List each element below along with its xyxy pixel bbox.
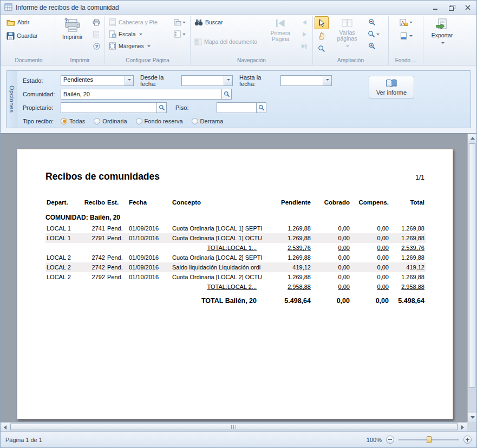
exportar-button[interactable]: Exportar bbox=[427, 16, 458, 53]
col-fecha: Fecha bbox=[128, 197, 171, 211]
watermark-button[interactable] bbox=[395, 16, 417, 28]
cell-compens: 0,00 bbox=[351, 233, 390, 243]
guardar-label: Guardar bbox=[17, 33, 38, 39]
cell-concepto: Cuota Ordinaria [LOCAL 1] OCTU bbox=[171, 233, 262, 243]
tipo-recibo-label: Tipo recibo: bbox=[23, 118, 61, 124]
report-table-body: LOCAL 12741Pend.01/09/2016Cuota Ordinari… bbox=[45, 223, 426, 306]
last-page-button[interactable] bbox=[298, 40, 311, 52]
piso-input[interactable] bbox=[217, 102, 257, 113]
radio-fondo-reserva[interactable]: Fondo reserva bbox=[136, 118, 183, 124]
group-label-documento: Documento bbox=[4, 57, 53, 65]
propietario-search-button[interactable] bbox=[156, 102, 167, 113]
escala-button[interactable]: Escala bbox=[107, 28, 169, 40]
abrir-button[interactable]: Abrir bbox=[4, 16, 31, 28]
minimize-button[interactable] bbox=[430, 3, 440, 12]
binoculars-icon bbox=[194, 19, 203, 26]
cell-compens: 0,00 bbox=[351, 223, 390, 233]
options-tab[interactable]: Opciones bbox=[6, 71, 17, 128]
scroll-right-button[interactable] bbox=[458, 423, 467, 431]
previous-page-button[interactable] bbox=[298, 16, 311, 28]
cell-concepto: Saldo liquidación Liquidación ordi bbox=[171, 262, 262, 272]
radio-ordinaria[interactable]: Ordinaria bbox=[94, 118, 127, 124]
paper-orientation-caret-icon bbox=[182, 22, 186, 25]
zoom-out-button-statusbar[interactable] bbox=[386, 436, 394, 444]
horizontal-scroll-thumb[interactable] bbox=[10, 424, 458, 430]
hand-tool-button[interactable] bbox=[315, 29, 329, 42]
ribbon-group-navegacion: Buscar Mapa del documento Primera Página bbox=[190, 16, 312, 65]
primera-pagina-label: Primera Página bbox=[265, 30, 296, 42]
cell-est: Pend. bbox=[106, 272, 128, 282]
pointer-tool-button[interactable] bbox=[315, 16, 329, 29]
vertical-scrollbar[interactable] bbox=[467, 134, 476, 422]
cell-fecha: 01/09/2016 bbox=[128, 253, 171, 262]
cell-total: 2.958,88 bbox=[390, 282, 426, 292]
cabecera-pie-button[interactable]: Cabecera y Pie bbox=[107, 16, 169, 28]
print-options-button[interactable] bbox=[90, 28, 103, 40]
cell-compens: 0,00 bbox=[351, 272, 390, 282]
multi-page-icon bbox=[341, 18, 353, 28]
propietario-input[interactable] bbox=[61, 102, 157, 113]
estado-dropdown-button[interactable] bbox=[125, 76, 133, 85]
quick-print-button[interactable] bbox=[90, 16, 103, 28]
radio-label: Todas bbox=[69, 118, 85, 124]
radio-todas[interactable]: Todas bbox=[61, 118, 85, 124]
estado-label: Estado: bbox=[23, 77, 61, 84]
report-subtotal-row: TOTAL:LOCAL 1...2.539,760,000,002.539,76 bbox=[45, 243, 426, 253]
scale-icon bbox=[109, 30, 116, 38]
cell-pendiente: 1.269,88 bbox=[262, 223, 312, 233]
vertical-scroll-thumb[interactable] bbox=[469, 143, 475, 388]
close-button[interactable] bbox=[463, 3, 473, 12]
group-label-navegacion: Navegación bbox=[192, 57, 311, 65]
cell-cobrado: 0,00 bbox=[312, 223, 351, 233]
horizontal-scrollbar[interactable] bbox=[1, 422, 467, 431]
desde-value bbox=[182, 76, 224, 85]
hasta-dropdown-button[interactable] bbox=[323, 76, 331, 85]
restore-button[interactable] bbox=[447, 3, 456, 12]
buscar-button[interactable]: Buscar bbox=[192, 16, 263, 28]
chevron-down-icon bbox=[326, 79, 329, 82]
radio-derrama[interactable]: Derrama bbox=[192, 118, 224, 124]
cell-depart: LOCAL 2 bbox=[45, 272, 82, 282]
ver-informe-button[interactable]: Ver informe bbox=[369, 76, 414, 98]
next-page-button[interactable] bbox=[298, 28, 311, 40]
desde-date-select[interactable] bbox=[181, 75, 233, 86]
mapa-documento-button[interactable]: Mapa del documento bbox=[192, 36, 263, 48]
guardar-button[interactable]: Guardar bbox=[4, 30, 40, 42]
scroll-up-button[interactable] bbox=[468, 134, 476, 143]
scroll-down-button[interactable] bbox=[468, 413, 476, 422]
primera-pagina-button[interactable]: Primera Página bbox=[265, 16, 296, 53]
radio-icon bbox=[136, 118, 142, 124]
hasta-date-select[interactable] bbox=[280, 75, 332, 86]
zoom-slider-thumb[interactable] bbox=[427, 436, 432, 443]
zoom-out-button[interactable] bbox=[365, 16, 378, 28]
paper-orientation-button[interactable] bbox=[171, 16, 188, 28]
imprimir-button[interactable]: ? Imprimir bbox=[57, 16, 88, 53]
desde-dropdown-button[interactable] bbox=[224, 76, 232, 85]
cell-cobrado: 0,00 bbox=[312, 243, 351, 253]
scroll-left-button[interactable] bbox=[1, 423, 10, 431]
cell-compens: 0,00 bbox=[351, 292, 390, 306]
cell-compens: 0,00 bbox=[351, 282, 390, 292]
page-color-button[interactable] bbox=[395, 30, 417, 42]
comunidad-search-button[interactable] bbox=[221, 89, 232, 100]
group-label-imprimir: Imprimir bbox=[57, 57, 103, 65]
zoom-slider[interactable] bbox=[398, 436, 459, 444]
cell-cobrado: 0,00 bbox=[312, 292, 351, 306]
zoom-button[interactable] bbox=[365, 28, 382, 40]
estado-select[interactable]: Pendientes bbox=[61, 75, 134, 86]
zoom-tool-button[interactable] bbox=[315, 42, 329, 55]
zoom-out-icon bbox=[368, 18, 376, 26]
zoom-in-button[interactable] bbox=[365, 40, 378, 52]
first-page-icon bbox=[275, 18, 286, 29]
paper-size-button[interactable] bbox=[171, 28, 188, 40]
zoom-in-button-statusbar[interactable] bbox=[463, 436, 472, 444]
varias-paginas-caret-icon bbox=[346, 45, 349, 49]
varias-paginas-button[interactable]: Varias páginas bbox=[330, 16, 364, 53]
margenes-button[interactable]: Márgenes bbox=[107, 40, 169, 52]
piso-label: Piso: bbox=[175, 104, 213, 111]
col-compens: Compens. bbox=[351, 197, 390, 211]
comunidad-input[interactable] bbox=[61, 89, 222, 100]
help-button[interactable]: ? bbox=[90, 40, 103, 52]
paper-size-icon bbox=[174, 30, 181, 38]
piso-search-button[interactable] bbox=[256, 102, 266, 113]
